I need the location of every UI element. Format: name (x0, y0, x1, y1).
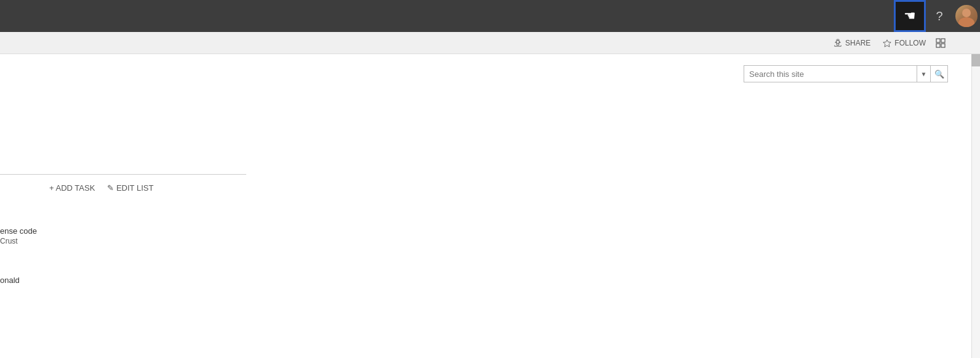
sub-header-actions: SHARE FOLLOW (829, 36, 948, 50)
help-button[interactable]: ? (926, 0, 953, 32)
share-label: SHARE (845, 39, 870, 47)
search-container: ▼ (744, 65, 931, 82)
content-item-1: ense code Crust (0, 226, 37, 245)
main-content: ▼ 🔍 + ADD TASK ✎ EDIT LIST ense code Cru… (0, 54, 980, 358)
task-action-bar: + ADD TASK ✎ EDIT LIST (49, 183, 153, 193)
top-header: ☚ ? (0, 0, 980, 32)
follow-label: FOLLOW (894, 39, 926, 47)
follow-icon (883, 39, 891, 47)
scrollbar-thumb[interactable] (971, 54, 980, 66)
view-button[interactable] (933, 36, 948, 50)
svg-rect-3 (941, 39, 945, 42)
search-icon: 🔍 (934, 70, 944, 79)
view-icon (935, 38, 946, 49)
search-button[interactable]: 🔍 (931, 65, 948, 82)
header-right: ☚ ? (894, 0, 980, 32)
svg-rect-5 (941, 44, 945, 47)
edit-list-button[interactable]: ✎ EDIT LIST (107, 183, 153, 193)
hand-icon: ☚ (904, 8, 916, 24)
add-task-label: + ADD TASK (49, 183, 95, 193)
dropdown-arrow-icon: ▼ (921, 71, 927, 78)
svg-rect-2 (936, 39, 940, 42)
hand-button[interactable]: ☚ (894, 0, 926, 32)
divider-line (0, 174, 246, 175)
follow-button[interactable]: FOLLOW (878, 36, 931, 50)
svg-point-0 (836, 40, 839, 43)
scrollbar-track: ▲ (971, 54, 980, 358)
avatar-button[interactable] (953, 0, 980, 32)
content-item-title: ense code (0, 226, 37, 236)
add-task-button[interactable]: + ADD TASK (49, 183, 95, 193)
svg-rect-4 (936, 44, 940, 47)
help-icon: ? (936, 9, 942, 23)
edit-list-label: ✎ EDIT LIST (107, 183, 153, 193)
search-area: ▼ 🔍 (744, 65, 948, 82)
search-input[interactable] (744, 66, 917, 82)
svg-marker-1 (883, 39, 891, 46)
avatar (955, 5, 978, 27)
sub-header: SHARE FOLLOW (0, 32, 980, 54)
search-dropdown-arrow[interactable]: ▼ (917, 66, 930, 82)
share-icon (833, 39, 842, 47)
content-item-2: onald (0, 276, 20, 285)
share-button[interactable]: SHARE (829, 36, 875, 50)
content-item-text: onald (0, 276, 20, 285)
content-item-sub: Crust (0, 237, 37, 245)
